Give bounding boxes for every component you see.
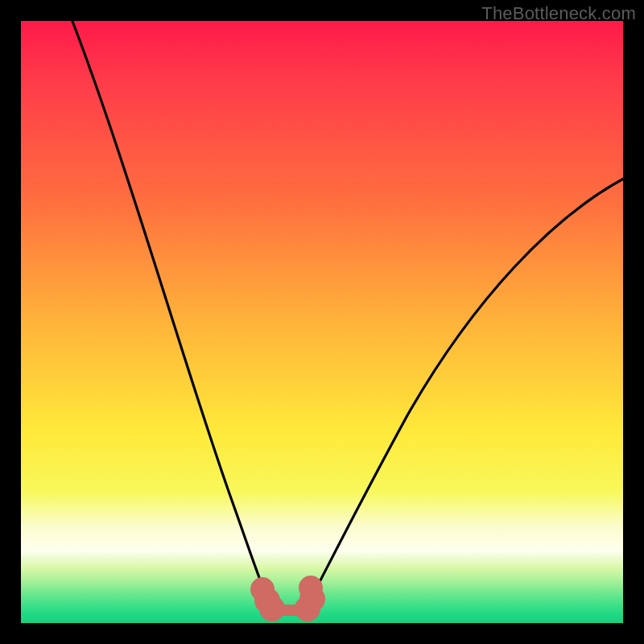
chart-frame: TheBottleneck.com (0, 0, 644, 644)
svg-point-5 (305, 592, 320, 606)
bottleneck-curve (21, 21, 623, 623)
svg-point-4 (300, 601, 315, 616)
svg-point-3 (265, 601, 279, 616)
svg-point-2 (260, 593, 275, 608)
flat-region-marker (256, 581, 320, 616)
svg-point-6 (304, 581, 317, 594)
svg-point-1 (256, 583, 269, 596)
curve-path (69, 13, 633, 610)
chart-plot-area (21, 21, 623, 623)
